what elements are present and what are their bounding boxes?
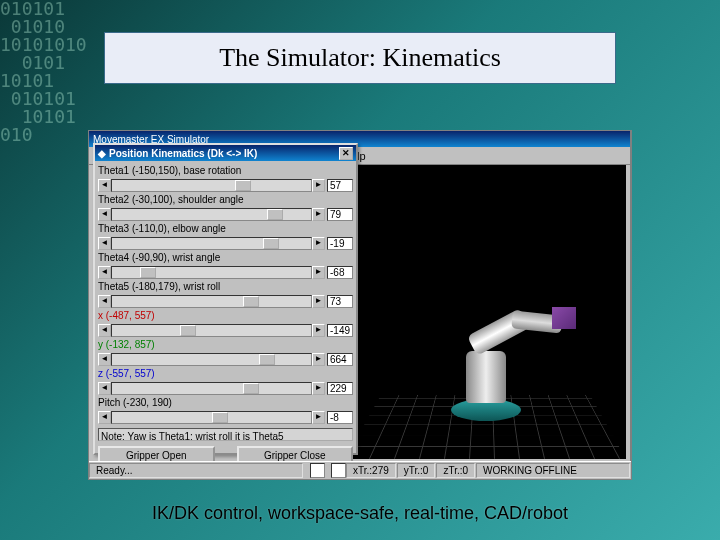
slider-thumb[interactable] (140, 267, 156, 278)
arrow-left-icon[interactable]: ◄ (98, 208, 111, 221)
kinematics-dialog: ◆ Position Kinematics (Dk <-> IK) ✕ Thet… (93, 143, 358, 455)
app-screenshot: Movemaster EX Simulator Help ◆ Position … (88, 130, 632, 480)
arrow-right-icon[interactable]: ► (312, 295, 325, 308)
slider-track[interactable] (111, 295, 312, 308)
slider-track[interactable] (111, 353, 312, 366)
param-slider[interactable]: ◄►-19 (98, 236, 353, 250)
param-value: -19 (327, 237, 353, 250)
robot-pillar (466, 351, 506, 403)
param-slider[interactable]: ◄►664 (98, 352, 353, 366)
param-label: Theta2 (-30,100), shoulder angle (98, 193, 353, 206)
arrow-left-icon[interactable]: ◄ (98, 179, 111, 192)
arrow-right-icon[interactable]: ► (312, 266, 325, 279)
arrow-right-icon[interactable]: ► (312, 208, 325, 221)
param-value: 664 (327, 353, 353, 366)
arrow-left-icon[interactable]: ◄ (98, 324, 111, 337)
arrow-left-icon[interactable]: ◄ (98, 411, 111, 424)
param-label: Theta4 (-90,90), wrist angle (98, 251, 353, 264)
arrow-right-icon[interactable]: ► (312, 353, 325, 366)
status-ztr: zTr.:0 (436, 463, 475, 478)
slide-title: The Simulator: Kinematics (104, 32, 616, 84)
status-ytr: yTr.:0 (397, 463, 436, 478)
note-text: Note: Yaw is Theta1; wrist roll it is Th… (98, 428, 353, 441)
param-label: z (-557, 557) (98, 367, 353, 380)
param-label: Theta1 (-150,150), base rotation (98, 164, 353, 177)
param-slider[interactable]: ◄►-68 (98, 265, 353, 279)
slider-thumb[interactable] (263, 238, 279, 249)
slider-thumb[interactable] (243, 296, 259, 307)
status-bar: Ready... xTr.:279 yTr.:0 zTr.:0 WORKING … (89, 461, 631, 479)
arrow-left-icon[interactable]: ◄ (98, 295, 111, 308)
arrow-left-icon[interactable]: ◄ (98, 266, 111, 279)
param-label: Theta5 (-180,179), wrist roll (98, 280, 353, 293)
kinematics-title-text: Position Kinematics (Dk <-> IK) (109, 148, 257, 159)
param-label: y (-132, 857) (98, 338, 353, 351)
slider-track[interactable] (111, 411, 312, 424)
param-slider[interactable]: ◄►-149 (98, 323, 353, 337)
arrow-right-icon[interactable]: ► (312, 179, 325, 192)
arrow-left-icon[interactable]: ◄ (98, 382, 111, 395)
slider-track[interactable] (111, 208, 312, 221)
status-mode: WORKING OFFLINE (476, 463, 630, 478)
slider-thumb[interactable] (259, 354, 275, 365)
slider-track[interactable] (111, 266, 312, 279)
slider-thumb[interactable] (243, 383, 259, 394)
param-value: 79 (327, 208, 353, 221)
slider-thumb[interactable] (267, 209, 283, 220)
param-value: -149 (327, 324, 353, 337)
arrow-right-icon[interactable]: ► (312, 382, 325, 395)
param-slider[interactable]: ◄►229 (98, 381, 353, 395)
slider-thumb[interactable] (212, 412, 228, 423)
arrow-right-icon[interactable]: ► (312, 411, 325, 424)
status-ready: Ready... (89, 463, 303, 478)
arrow-left-icon[interactable]: ◄ (98, 353, 111, 366)
param-label: Theta3 (-110,0), elbow angle (98, 222, 353, 235)
status-xtr: xTr.:279 (346, 463, 396, 478)
slider-thumb[interactable] (235, 180, 251, 191)
param-value: 57 (327, 179, 353, 192)
param-value: 73 (327, 295, 353, 308)
param-value: -68 (327, 266, 353, 279)
slider-track[interactable] (111, 324, 312, 337)
kinematics-titlebar[interactable]: ◆ Position Kinematics (Dk <-> IK) ✕ (95, 145, 356, 161)
close-icon[interactable]: ✕ (339, 147, 353, 160)
3d-viewport[interactable] (345, 165, 626, 459)
kinematics-icon: ◆ (98, 148, 106, 159)
slider-thumb[interactable] (180, 325, 196, 336)
robot-model (451, 399, 521, 421)
param-slider[interactable]: ◄►73 (98, 294, 353, 308)
slider-track[interactable] (111, 179, 312, 192)
slider-track[interactable] (111, 237, 312, 250)
param-slider[interactable]: ◄►79 (98, 207, 353, 221)
arrow-right-icon[interactable]: ► (312, 324, 325, 337)
robot-wrist (552, 307, 576, 329)
param-slider[interactable]: ◄►57 (98, 178, 353, 192)
status-pose-icon (331, 463, 346, 478)
slider-track[interactable] (111, 382, 312, 395)
param-value: -8 (327, 411, 353, 424)
slide-caption: IK/DK control, workspace-safe, real-time… (0, 503, 720, 524)
arrow-right-icon[interactable]: ► (312, 237, 325, 250)
param-label: Pitch (-230, 190) (98, 396, 353, 409)
kinematics-body: Theta1 (-150,150), base rotation◄►57Thet… (95, 161, 356, 467)
param-slider[interactable]: ◄►-8 (98, 410, 353, 424)
status-pose-icon (310, 463, 325, 478)
param-value: 229 (327, 382, 353, 395)
param-label: x (-487, 557) (98, 309, 353, 322)
arrow-left-icon[interactable]: ◄ (98, 237, 111, 250)
